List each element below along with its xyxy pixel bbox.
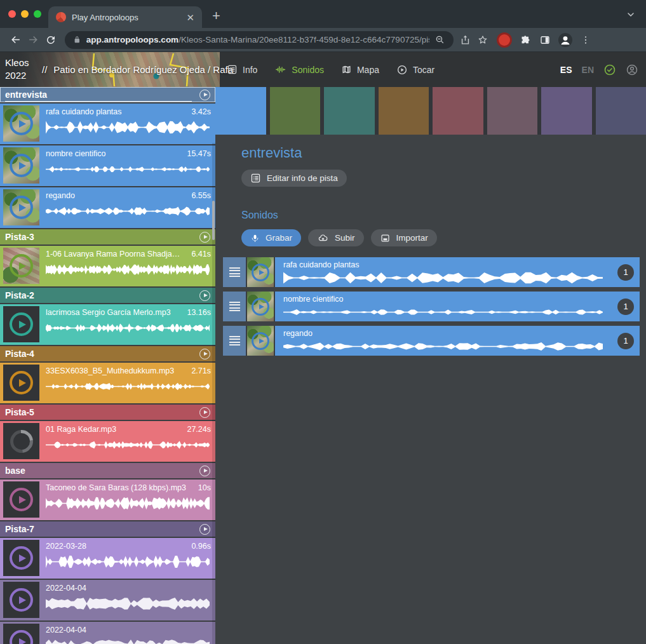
edit-track-info-button[interactable]: Editar info de pista — [241, 170, 347, 187]
play-overlay-button[interactable] — [3, 365, 39, 401]
account-icon[interactable] — [626, 64, 638, 76]
track-swatch[interactable] — [596, 87, 646, 135]
sound-thumbnail[interactable] — [3, 189, 39, 225]
sound-thumbnail[interactable] — [247, 257, 275, 287]
track-play-icon[interactable] — [199, 524, 210, 535]
scrollbar-thumb[interactable] — [212, 201, 215, 240]
sound-thumbnail[interactable] — [3, 365, 39, 401]
play-overlay-button[interactable] — [3, 189, 39, 225]
reload-button[interactable] — [42, 31, 60, 49]
track-swatch[interactable] — [487, 87, 538, 135]
play-overlay-button[interactable] — [3, 105, 39, 142]
panel-sound-row[interactable]: regando1 — [223, 326, 640, 356]
track-header[interactable]: Pista-4 — [0, 346, 215, 361]
extensions-puzzle-icon[interactable] — [516, 31, 534, 49]
forward-button[interactable] — [24, 31, 42, 49]
track-header[interactable]: Pista-3 — [0, 229, 215, 245]
sound-item[interactable]: 2022-04-04 — [0, 622, 215, 644]
sound-item[interactable]: rafa cuidando plantas3.42s — [0, 104, 215, 144]
track-header[interactable]: Pista-2 — [0, 288, 215, 303]
sound-item[interactable]: 1-06 Lavanya Rama Poorna Shadjam Rupak..… — [0, 246, 215, 286]
drag-handle[interactable] — [223, 292, 247, 321]
sound-thumbnail[interactable] — [247, 326, 275, 356]
sound-item[interactable]: regando6.55s — [0, 187, 215, 228]
track-header[interactable]: entrevista — [0, 87, 215, 102]
zoom-window-button[interactable] — [34, 10, 41, 18]
zoom-out-icon[interactable] — [434, 34, 445, 45]
sound-item[interactable]: lacrimosa Sergio García Merlo.mp313.16s — [0, 304, 215, 345]
track-swatch[interactable] — [324, 87, 375, 135]
track-play-icon[interactable] — [199, 349, 210, 359]
split-view-icon[interactable] — [536, 31, 554, 49]
sound-thumbnail[interactable] — [3, 582, 39, 618]
play-overlay-button[interactable] — [3, 582, 39, 618]
tab-info[interactable]: Info — [227, 64, 257, 75]
track-swatch[interactable] — [379, 87, 429, 135]
record-extension-icon[interactable] — [495, 31, 513, 49]
track-swatch[interactable] — [270, 87, 321, 135]
sound-item[interactable]: 33ESX6038_B5_Muthedukkum.mp32.71s — [0, 363, 215, 403]
url-bar[interactable]: app.antropoloops.com/Kleos-Santa-Marina/… — [65, 31, 454, 49]
sound-thumbnail[interactable] — [3, 105, 39, 142]
play-overlay-button[interactable] — [3, 624, 39, 644]
track-header[interactable]: Pista-5 — [0, 405, 215, 420]
sound-item[interactable]: Taconeo de Sara Baras (128 kbps).mp310s — [0, 480, 215, 520]
share-icon[interactable] — [456, 31, 474, 49]
tab-close-icon[interactable]: ✕ — [186, 13, 194, 22]
lang-en[interactable]: EN — [582, 65, 594, 75]
close-window-button[interactable] — [8, 10, 16, 18]
minimize-window-button[interactable] — [21, 10, 29, 18]
browser-tab[interactable]: Play Antropoloops ✕ — [48, 6, 202, 28]
sound-thumbnail[interactable] — [3, 147, 39, 184]
tab-mapa[interactable]: Mapa — [341, 64, 379, 75]
play-overlay-button[interactable] — [247, 257, 274, 287]
panel-sound-row[interactable]: rafa cuidando plantas1 — [223, 257, 640, 287]
panel-sound-row[interactable]: nombre cientifico1 — [223, 292, 640, 321]
play-overlay-button[interactable] — [3, 481, 39, 518]
drag-handle[interactable] — [223, 257, 247, 287]
track-swatch[interactable] — [541, 87, 592, 135]
check-circle-icon[interactable] — [603, 64, 616, 76]
tab-sonidos[interactable]: Sonidos — [274, 64, 324, 75]
play-overlay-button[interactable] — [247, 326, 274, 356]
sound-thumbnail[interactable] — [3, 423, 39, 459]
sound-thumbnail[interactable] — [3, 481, 39, 518]
profile-avatar[interactable] — [556, 31, 574, 49]
sound-item[interactable]: 01 Raga Kedar.mp327.24s — [0, 421, 215, 462]
track-header[interactable]: Pista-7 — [0, 521, 215, 537]
sound-thumbnail[interactable] — [3, 248, 39, 284]
play-overlay-button[interactable] — [3, 147, 39, 184]
import-button[interactable]: Importar — [371, 229, 437, 246]
bookmark-star-icon[interactable] — [474, 31, 492, 49]
play-ring-icon — [10, 196, 33, 219]
record-button[interactable]: Grabar — [241, 229, 301, 246]
app-logo[interactable]: Kleos 2022 — [5, 57, 29, 83]
track-play-icon[interactable] — [199, 90, 210, 100]
sound-item[interactable]: nombre cientifico15.47s — [0, 145, 215, 186]
track-swatch[interactable] — [433, 87, 483, 135]
play-overlay-button[interactable] — [3, 306, 39, 342]
track-swatch[interactable] — [215, 87, 266, 137]
sound-thumbnail[interactable] — [3, 624, 39, 644]
sound-thumbnail[interactable] — [247, 292, 275, 321]
track-play-icon[interactable] — [199, 407, 210, 418]
lang-es[interactable]: ES — [560, 65, 572, 75]
track-header[interactable]: base — [0, 463, 215, 478]
sound-thumbnail[interactable] — [3, 306, 39, 342]
tab-tocar[interactable]: Tocar — [396, 64, 434, 76]
menu-kebab-icon[interactable] — [577, 31, 595, 49]
track-play-icon[interactable] — [199, 290, 210, 301]
play-overlay-button[interactable] — [3, 540, 39, 576]
new-tab-button[interactable]: + — [212, 9, 220, 23]
sound-thumbnail[interactable] — [3, 540, 39, 576]
drag-handle[interactable] — [223, 326, 247, 356]
track-play-icon[interactable] — [199, 232, 210, 243]
track-play-icon[interactable] — [199, 466, 210, 476]
back-button[interactable] — [6, 31, 24, 49]
play-overlay-button[interactable] — [3, 248, 39, 284]
sound-item[interactable]: 2022-04-04 — [0, 580, 215, 621]
chevron-down-icon[interactable] — [626, 10, 636, 20]
upload-button[interactable]: Subir — [308, 229, 364, 246]
play-overlay-button[interactable] — [247, 292, 274, 321]
sound-item[interactable]: 2022-03-280.96s — [0, 538, 215, 579]
